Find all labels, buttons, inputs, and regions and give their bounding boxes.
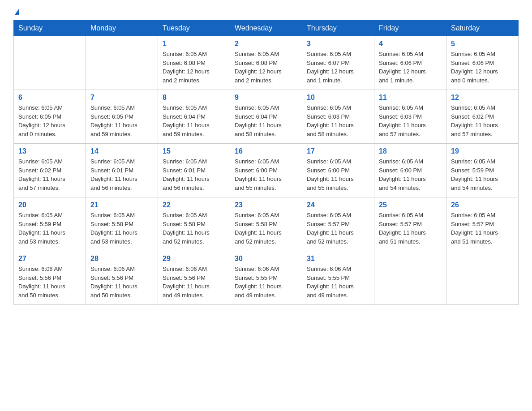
calendar-cell: 5Sunrise: 6:05 AM Sunset: 6:06 PM Daylig… bbox=[446, 36, 519, 90]
day-info: Sunrise: 6:05 AM Sunset: 5:57 PM Dayligh… bbox=[307, 211, 369, 246]
day-info: Sunrise: 6:06 AM Sunset: 5:56 PM Dayligh… bbox=[18, 265, 81, 300]
day-number: 9 bbox=[235, 94, 297, 102]
day-number: 13 bbox=[18, 147, 81, 155]
calendar-table: SundayMondayTuesdayWednesdayThursdayFrid… bbox=[13, 20, 519, 305]
day-info: Sunrise: 6:05 AM Sunset: 6:05 PM Dayligh… bbox=[18, 103, 81, 138]
day-info: Sunrise: 6:05 AM Sunset: 6:00 PM Dayligh… bbox=[379, 157, 442, 192]
calendar-cell: 3Sunrise: 6:05 AM Sunset: 6:07 PM Daylig… bbox=[302, 36, 374, 90]
weekday-header-tuesday: Tuesday bbox=[158, 21, 230, 36]
calendar-cell: 13Sunrise: 6:05 AM Sunset: 6:02 PM Dayli… bbox=[14, 144, 86, 197]
day-number: 20 bbox=[18, 201, 81, 209]
day-number: 30 bbox=[235, 255, 297, 263]
day-info: Sunrise: 6:05 AM Sunset: 6:08 PM Dayligh… bbox=[235, 50, 297, 85]
day-info: Sunrise: 6:05 AM Sunset: 6:04 PM Dayligh… bbox=[163, 103, 225, 138]
day-info: Sunrise: 6:05 AM Sunset: 5:57 PM Dayligh… bbox=[379, 211, 442, 246]
calendar-cell: 28Sunrise: 6:06 AM Sunset: 5:56 PM Dayli… bbox=[86, 251, 158, 305]
week-row-1: 1Sunrise: 6:05 AM Sunset: 6:08 PM Daylig… bbox=[14, 36, 519, 90]
day-info: Sunrise: 6:05 AM Sunset: 6:03 PM Dayligh… bbox=[379, 103, 442, 138]
calendar-cell: 1Sunrise: 6:05 AM Sunset: 6:08 PM Daylig… bbox=[158, 36, 230, 90]
day-number: 29 bbox=[163, 255, 225, 263]
day-info: Sunrise: 6:05 AM Sunset: 6:01 PM Dayligh… bbox=[90, 157, 153, 192]
day-info: Sunrise: 6:05 AM Sunset: 6:06 PM Dayligh… bbox=[451, 50, 514, 85]
calendar-cell: 22Sunrise: 6:05 AM Sunset: 5:58 PM Dayli… bbox=[158, 197, 230, 251]
day-number: 14 bbox=[90, 147, 153, 155]
day-number: 5 bbox=[451, 40, 514, 48]
weekday-header-monday: Monday bbox=[86, 21, 158, 36]
calendar-cell: 23Sunrise: 6:05 AM Sunset: 5:58 PM Dayli… bbox=[230, 197, 302, 251]
day-info: Sunrise: 6:06 AM Sunset: 5:56 PM Dayligh… bbox=[90, 265, 153, 300]
calendar-cell: 27Sunrise: 6:06 AM Sunset: 5:56 PM Dayli… bbox=[14, 251, 86, 305]
day-number: 2 bbox=[235, 40, 297, 48]
day-info: Sunrise: 6:05 AM Sunset: 6:00 PM Dayligh… bbox=[235, 157, 297, 192]
calendar-cell bbox=[14, 36, 86, 90]
calendar-cell: 15Sunrise: 6:05 AM Sunset: 6:01 PM Dayli… bbox=[158, 144, 230, 197]
calendar-cell: 4Sunrise: 6:05 AM Sunset: 6:06 PM Daylig… bbox=[374, 36, 446, 90]
calendar-cell: 16Sunrise: 6:05 AM Sunset: 6:00 PM Dayli… bbox=[230, 144, 302, 197]
day-number: 12 bbox=[451, 94, 514, 102]
day-number: 10 bbox=[307, 94, 369, 102]
calendar-cell bbox=[374, 251, 446, 305]
calendar-cell: 14Sunrise: 6:05 AM Sunset: 6:01 PM Dayli… bbox=[86, 144, 158, 197]
weekday-header-wednesday: Wednesday bbox=[230, 21, 302, 36]
day-info: Sunrise: 6:05 AM Sunset: 6:08 PM Dayligh… bbox=[163, 50, 225, 85]
day-info: Sunrise: 6:06 AM Sunset: 5:56 PM Dayligh… bbox=[163, 265, 225, 300]
day-info: Sunrise: 6:05 AM Sunset: 5:59 PM Dayligh… bbox=[18, 211, 81, 246]
day-number: 28 bbox=[90, 255, 153, 263]
day-info: Sunrise: 6:05 AM Sunset: 6:02 PM Dayligh… bbox=[451, 103, 514, 138]
week-row-4: 20Sunrise: 6:05 AM Sunset: 5:59 PM Dayli… bbox=[14, 197, 519, 251]
calendar-cell: 10Sunrise: 6:05 AM Sunset: 6:03 PM Dayli… bbox=[302, 90, 374, 144]
calendar-cell: 2Sunrise: 6:05 AM Sunset: 6:08 PM Daylig… bbox=[230, 36, 302, 90]
day-number: 3 bbox=[307, 40, 369, 48]
page-header bbox=[13, 9, 519, 16]
day-number: 16 bbox=[235, 147, 297, 155]
calendar-cell: 29Sunrise: 6:06 AM Sunset: 5:56 PM Dayli… bbox=[158, 251, 230, 305]
day-info: Sunrise: 6:06 AM Sunset: 5:55 PM Dayligh… bbox=[235, 265, 297, 300]
day-info: Sunrise: 6:05 AM Sunset: 6:05 PM Dayligh… bbox=[90, 103, 153, 138]
day-number: 31 bbox=[307, 255, 369, 263]
calendar-cell: 21Sunrise: 6:05 AM Sunset: 5:58 PM Dayli… bbox=[86, 197, 158, 251]
calendar-cell: 26Sunrise: 6:05 AM Sunset: 5:57 PM Dayli… bbox=[446, 197, 519, 251]
day-info: Sunrise: 6:05 AM Sunset: 5:59 PM Dayligh… bbox=[451, 157, 514, 192]
day-number: 1 bbox=[163, 40, 225, 48]
day-number: 26 bbox=[451, 201, 514, 209]
day-number: 24 bbox=[307, 201, 369, 209]
day-number: 4 bbox=[379, 40, 442, 48]
calendar-cell bbox=[446, 251, 519, 305]
day-number: 25 bbox=[379, 201, 442, 209]
day-number: 7 bbox=[90, 94, 153, 102]
day-info: Sunrise: 6:05 AM Sunset: 6:04 PM Dayligh… bbox=[235, 103, 297, 138]
week-row-3: 13Sunrise: 6:05 AM Sunset: 6:02 PM Dayli… bbox=[14, 144, 519, 197]
logo bbox=[13, 9, 19, 16]
day-number: 23 bbox=[235, 201, 297, 209]
calendar-cell: 9Sunrise: 6:05 AM Sunset: 6:04 PM Daylig… bbox=[230, 90, 302, 144]
day-info: Sunrise: 6:05 AM Sunset: 5:58 PM Dayligh… bbox=[163, 211, 225, 246]
day-info: Sunrise: 6:05 AM Sunset: 5:57 PM Dayligh… bbox=[451, 211, 514, 246]
calendar-cell: 30Sunrise: 6:06 AM Sunset: 5:55 PM Dayli… bbox=[230, 251, 302, 305]
day-info: Sunrise: 6:05 AM Sunset: 6:02 PM Dayligh… bbox=[18, 157, 81, 192]
calendar-cell: 7Sunrise: 6:05 AM Sunset: 6:05 PM Daylig… bbox=[86, 90, 158, 144]
calendar-cell: 8Sunrise: 6:05 AM Sunset: 6:04 PM Daylig… bbox=[158, 90, 230, 144]
day-number: 11 bbox=[379, 94, 442, 102]
day-info: Sunrise: 6:05 AM Sunset: 6:07 PM Dayligh… bbox=[307, 50, 369, 85]
calendar-cell: 12Sunrise: 6:05 AM Sunset: 6:02 PM Dayli… bbox=[446, 90, 519, 144]
calendar-cell: 25Sunrise: 6:05 AM Sunset: 5:57 PM Dayli… bbox=[374, 197, 446, 251]
calendar-cell: 18Sunrise: 6:05 AM Sunset: 6:00 PM Dayli… bbox=[374, 144, 446, 197]
calendar-cell: 17Sunrise: 6:05 AM Sunset: 6:00 PM Dayli… bbox=[302, 144, 374, 197]
day-number: 17 bbox=[307, 147, 369, 155]
calendar-cell: 19Sunrise: 6:05 AM Sunset: 5:59 PM Dayli… bbox=[446, 144, 519, 197]
weekday-header-sunday: Sunday bbox=[14, 21, 86, 36]
day-info: Sunrise: 6:05 AM Sunset: 6:00 PM Dayligh… bbox=[307, 157, 369, 192]
calendar-cell bbox=[86, 36, 158, 90]
calendar-cell: 6Sunrise: 6:05 AM Sunset: 6:05 PM Daylig… bbox=[14, 90, 86, 144]
calendar-cell: 20Sunrise: 6:05 AM Sunset: 5:59 PM Dayli… bbox=[14, 197, 86, 251]
weekday-header-saturday: Saturday bbox=[446, 21, 519, 36]
day-number: 19 bbox=[451, 147, 514, 155]
weekday-header-thursday: Thursday bbox=[302, 21, 374, 36]
weekday-header-row: SundayMondayTuesdayWednesdayThursdayFrid… bbox=[14, 21, 519, 36]
day-info: Sunrise: 6:06 AM Sunset: 5:55 PM Dayligh… bbox=[307, 265, 369, 300]
week-row-2: 6Sunrise: 6:05 AM Sunset: 6:05 PM Daylig… bbox=[14, 90, 519, 144]
day-number: 18 bbox=[379, 147, 442, 155]
day-info: Sunrise: 6:05 AM Sunset: 6:01 PM Dayligh… bbox=[163, 157, 225, 192]
day-info: Sunrise: 6:05 AM Sunset: 6:03 PM Dayligh… bbox=[307, 103, 369, 138]
calendar-cell: 31Sunrise: 6:06 AM Sunset: 5:55 PM Dayli… bbox=[302, 251, 374, 305]
